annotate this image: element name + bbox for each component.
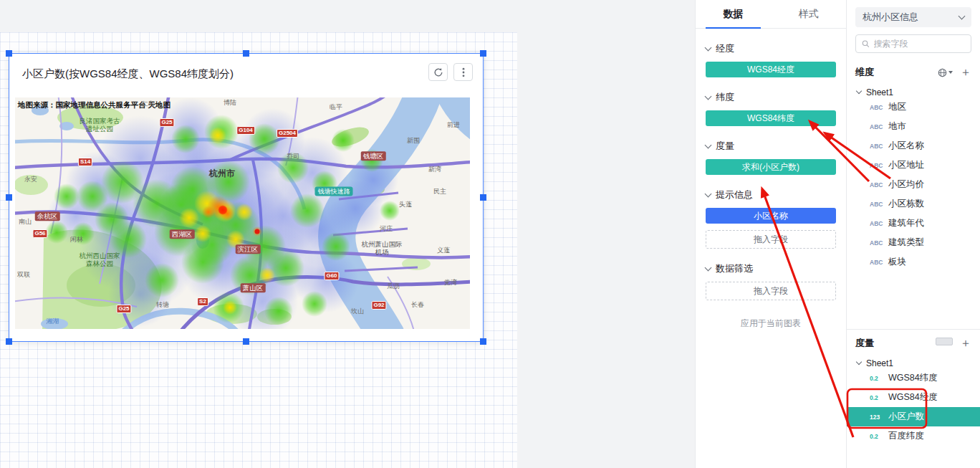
tab-data[interactable]: 数据 bbox=[696, 0, 771, 28]
map-label: 杭州市 bbox=[209, 168, 235, 178]
map-label: 杭州萧山国际 机场 bbox=[362, 240, 403, 257]
map-label: 钱塘区 bbox=[361, 151, 386, 161]
section-measure[interactable]: 度量 bbox=[706, 140, 836, 153]
section-tooltip[interactable]: 提示信息 bbox=[706, 188, 836, 201]
resize-handle[interactable] bbox=[6, 338, 12, 345]
map-label: G2504 bbox=[277, 129, 298, 138]
dimension-field[interactable]: ABC地市 bbox=[855, 117, 971, 136]
map-label: 杭州西山国家 森林公园 bbox=[80, 252, 120, 268]
tooltip-dropzone[interactable]: 拖入字段 bbox=[706, 230, 836, 249]
globe-icon bbox=[938, 68, 947, 77]
map-label: 南山 bbox=[19, 218, 32, 226]
map-label: 余杭区 bbox=[35, 211, 60, 221]
map-label: 湘湖 bbox=[46, 317, 59, 325]
map-label: 萧山区 bbox=[241, 283, 266, 292]
map-label: 坎山 bbox=[351, 307, 364, 315]
refresh-button[interactable] bbox=[428, 63, 448, 81]
measure-field[interactable]: 0.2百度纬度 bbox=[855, 426, 971, 446]
dimension-field[interactable]: ABC板块 bbox=[855, 252, 971, 272]
dashboard-canvas[interactable]: 小区户数(按WGS84经度、WGS84纬度划分) bbox=[0, 0, 695, 468]
search-icon bbox=[862, 39, 870, 48]
map-label: 钱塘快速路 bbox=[315, 187, 353, 196]
map-label: G25 bbox=[159, 118, 174, 127]
map-label: 头蓬 bbox=[399, 201, 412, 209]
dimension-field[interactable]: ABC地区 bbox=[855, 97, 971, 117]
bi-designer-screen: 小区户数(按WGS84经度、WGS84纬度划分) bbox=[0, 0, 980, 468]
chevron-down-icon bbox=[705, 92, 712, 100]
map-label: G104 bbox=[236, 126, 255, 135]
map-label: 西湖区 bbox=[170, 229, 195, 239]
dimensions-title: 维度 bbox=[855, 66, 874, 79]
apply-note: 应用于当前图表 bbox=[706, 317, 836, 330]
dimension-field[interactable]: ABC建筑类型 bbox=[855, 233, 971, 252]
map-label: 滨江区 bbox=[236, 244, 261, 254]
resize-handle[interactable] bbox=[480, 194, 486, 201]
map-label: G60 bbox=[324, 272, 339, 280]
map-label: 博陆 bbox=[224, 99, 236, 107]
resize-handle[interactable] bbox=[480, 50, 486, 57]
map-label: 乔司 bbox=[287, 153, 299, 161]
map-label: 临平 bbox=[330, 103, 342, 111]
field-search[interactable] bbox=[855, 34, 971, 53]
chevron-down-icon bbox=[705, 141, 712, 148]
map-label: 瓜沥 bbox=[387, 282, 400, 290]
section-latitude[interactable]: 纬度 bbox=[706, 91, 836, 104]
tooltip-field-pill[interactable]: 小区名称 bbox=[706, 208, 836, 224]
dimension-field[interactable]: ABC小区栋数 bbox=[855, 194, 971, 214]
map-label: 长春 bbox=[411, 301, 424, 309]
dimension-field[interactable]: ABC小区地址 bbox=[855, 156, 971, 175]
geo-type-button[interactable] bbox=[938, 68, 953, 77]
map-label: S2 bbox=[197, 297, 208, 306]
refresh-icon bbox=[433, 67, 443, 77]
dataset-fields-panel: 杭州小区信息 维度 ＋ Sheet bbox=[846, 0, 980, 468]
dataset-selector[interactable]: 杭州小区信息 bbox=[855, 7, 971, 27]
chevron-down-icon bbox=[705, 44, 712, 51]
chart-widget[interactable]: 小区户数(按WGS84经度、WGS84纬度划分) bbox=[9, 53, 484, 342]
map-label: 新湾 bbox=[428, 166, 441, 173]
map-label: G56 bbox=[32, 229, 47, 238]
dimension-field[interactable]: ABC小区均价 bbox=[855, 175, 971, 194]
map-label: 双联 bbox=[17, 271, 30, 279]
chart-config-panel: 数据 样式 经度 WGS84经度 纬度 WGS84纬度 度量 求和(小区户数) … bbox=[695, 0, 846, 468]
dimension-group[interactable]: Sheet1 bbox=[855, 87, 971, 97]
section-filter[interactable]: 数据筛选 bbox=[706, 262, 836, 275]
add-measure-icon[interactable]: ＋ bbox=[960, 338, 971, 348]
map-label: 前进 bbox=[447, 121, 460, 129]
map-label: 民主 bbox=[433, 188, 446, 196]
heatmap-chart[interactable]: 地图来源：国家地理信息公共服务平台 天地图G25G104G2504S14G56S… bbox=[15, 97, 470, 329]
map-label: 仁和 bbox=[142, 100, 155, 108]
latitude-field-pill[interactable]: WGS84纬度 bbox=[706, 110, 836, 126]
resize-handle[interactable] bbox=[6, 194, 12, 201]
search-input[interactable] bbox=[874, 39, 965, 49]
resize-handle[interactable] bbox=[243, 50, 249, 57]
measure-field[interactable]: 0.2WGS84经度 bbox=[855, 388, 971, 407]
measure-group[interactable]: Sheet1 bbox=[855, 358, 971, 368]
resize-handle[interactable] bbox=[6, 50, 12, 57]
more-menu-button[interactable] bbox=[453, 63, 473, 81]
map-label: 闲林 bbox=[70, 236, 83, 244]
map-label: 义蓬 bbox=[437, 247, 450, 254]
map-label: 地图来源：国家地理信息公共服务平台 天地图 bbox=[18, 100, 170, 110]
chevron-down-icon bbox=[856, 88, 862, 94]
dimension-field[interactable]: ABC小区名称 bbox=[855, 136, 971, 156]
chevron-down-icon bbox=[948, 71, 953, 74]
longitude-field-pill[interactable]: WGS84经度 bbox=[706, 62, 836, 77]
chevron-down-icon bbox=[959, 12, 966, 19]
add-dimension-icon[interactable]: ＋ bbox=[960, 67, 971, 77]
chevron-down-icon bbox=[705, 264, 712, 271]
measure-field[interactable]: 0.2WGS84纬度 bbox=[855, 368, 971, 388]
resize-handle[interactable] bbox=[243, 338, 249, 345]
resize-handle[interactable] bbox=[480, 338, 486, 345]
map-label: 党湾 bbox=[444, 279, 457, 287]
config-tabs: 数据 样式 bbox=[696, 0, 846, 29]
panel-splitter-handle[interactable] bbox=[936, 338, 953, 345]
measure-field-pill[interactable]: 求和(小区户数) bbox=[706, 159, 836, 175]
section-longitude[interactable]: 经度 bbox=[706, 42, 836, 55]
measure-field-selected[interactable]: 123小区户数 bbox=[847, 407, 980, 426]
map-label: 良渚国家考古 遗址公园 bbox=[80, 117, 120, 133]
dimension-field[interactable]: ABC建筑年代 bbox=[855, 214, 971, 233]
filter-dropzone[interactable]: 拖入字段 bbox=[706, 282, 836, 300]
tab-style[interactable]: 样式 bbox=[771, 0, 846, 28]
map-label: 永安 bbox=[24, 176, 37, 183]
map-label: S14 bbox=[78, 158, 92, 166]
